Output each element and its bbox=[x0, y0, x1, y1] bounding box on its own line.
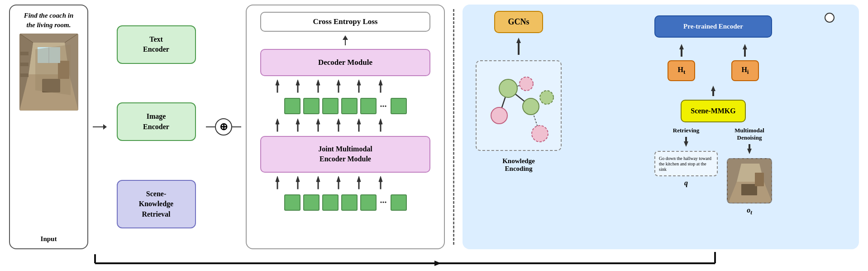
knowledge-encoding-label: Knowledge Encoding bbox=[502, 157, 535, 173]
input-image bbox=[19, 34, 78, 111]
svg-rect-8 bbox=[20, 63, 29, 66]
input-token-5 bbox=[360, 194, 377, 211]
token-4 bbox=[341, 98, 358, 114]
token-1 bbox=[284, 98, 300, 114]
cross-entropy-box: Cross Entropy Loss bbox=[260, 12, 430, 32]
svg-marker-15 bbox=[276, 80, 279, 85]
svg-marker-51 bbox=[516, 38, 521, 43]
up-arrow-to-ce bbox=[253, 35, 438, 45]
svg-marker-41 bbox=[296, 176, 300, 182]
svg-rect-70 bbox=[685, 137, 687, 142]
input-token-1 bbox=[284, 194, 300, 211]
retrieving-label: Retrieving bbox=[673, 127, 699, 134]
svg-rect-18 bbox=[297, 85, 298, 92]
svg-marker-21 bbox=[337, 80, 340, 85]
text-encoder-box: Text Encoder bbox=[117, 25, 196, 64]
multimodal-col: Multimodal Denoising bbox=[727, 127, 772, 216]
gcns-up-arrow bbox=[512, 38, 525, 56]
token-3 bbox=[322, 98, 339, 114]
svg-rect-50 bbox=[380, 182, 381, 189]
joint-encoder-box: Joint Multimodal Encoder Module bbox=[260, 136, 430, 173]
svg-marker-43 bbox=[316, 176, 320, 182]
svg-marker-17 bbox=[296, 80, 300, 85]
input-panel: Find the coach inthe living room. bbox=[9, 5, 88, 249]
svg-marker-47 bbox=[357, 176, 361, 182]
arrow-line bbox=[93, 126, 106, 127]
svg-point-62 bbox=[540, 91, 553, 104]
svg-rect-46 bbox=[338, 182, 339, 189]
right-panel: GCNs bbox=[463, 5, 859, 249]
svg-rect-24 bbox=[358, 85, 359, 92]
ot-label: ot bbox=[747, 206, 752, 216]
svg-rect-32 bbox=[318, 124, 319, 131]
svg-rect-38 bbox=[380, 124, 381, 131]
scene-mmkg-box: Scene-MMKG bbox=[681, 100, 746, 122]
svg-rect-77 bbox=[755, 173, 764, 186]
input-token-3 bbox=[322, 194, 339, 211]
svg-rect-52 bbox=[518, 43, 520, 55]
input-to-encoder-arrow bbox=[93, 126, 106, 127]
up-arrows-decoder bbox=[259, 80, 431, 93]
svg-rect-11 bbox=[42, 79, 60, 92]
encoder-to-arch: ⊕ bbox=[206, 5, 241, 249]
svg-rect-44 bbox=[318, 182, 319, 189]
feedback-arrow bbox=[0, 247, 868, 271]
ot-box bbox=[727, 158, 772, 203]
plus-circle: ⊕ bbox=[215, 118, 232, 136]
token-dots: ··· bbox=[380, 101, 387, 111]
up-arrows-input bbox=[259, 176, 431, 190]
svg-marker-25 bbox=[379, 80, 382, 85]
svg-rect-40 bbox=[277, 182, 278, 189]
svg-marker-39 bbox=[276, 176, 279, 182]
svg-rect-10 bbox=[20, 73, 29, 77]
svg-marker-65 bbox=[743, 44, 747, 49]
right-arch-inner: Pre-trained Encoder Ht Hi Scene-MMKG bbox=[574, 11, 853, 243]
svg-marker-35 bbox=[357, 119, 361, 124]
svg-marker-49 bbox=[379, 176, 382, 182]
svg-marker-45 bbox=[337, 176, 340, 182]
svg-rect-13 bbox=[38, 47, 60, 63]
ht-hi-row: Ht Hi bbox=[668, 44, 758, 81]
decoder-box: Decoder Module bbox=[260, 49, 430, 76]
svg-rect-42 bbox=[297, 182, 298, 189]
input-token-4 bbox=[341, 194, 358, 211]
svg-rect-76 bbox=[741, 184, 757, 195]
svg-rect-22 bbox=[338, 85, 339, 92]
svg-rect-16 bbox=[277, 85, 278, 92]
svg-rect-7 bbox=[20, 57, 29, 61]
input-token-dots: ··· bbox=[380, 197, 387, 208]
q-box: Go down the hallway toward the kitchen a… bbox=[654, 151, 718, 176]
svg-marker-71 bbox=[747, 149, 752, 154]
graph-container bbox=[476, 60, 562, 151]
dashed-separator bbox=[453, 9, 454, 245]
svg-marker-23 bbox=[357, 80, 361, 85]
svg-rect-28 bbox=[277, 124, 278, 131]
input-label: Input bbox=[41, 235, 57, 243]
svg-marker-69 bbox=[684, 141, 688, 147]
svg-point-57 bbox=[499, 79, 517, 97]
ht-box: Ht bbox=[668, 60, 695, 81]
svg-rect-64 bbox=[681, 49, 682, 57]
svg-point-59 bbox=[491, 107, 507, 124]
svg-point-58 bbox=[523, 98, 539, 115]
token-6 bbox=[391, 98, 407, 114]
svg-marker-27 bbox=[276, 119, 279, 124]
scene-knowledge-box: Scene- Knowledge Retrieval bbox=[117, 180, 196, 228]
svg-point-61 bbox=[532, 126, 548, 142]
input-tokens-row: ··· bbox=[284, 194, 407, 211]
svg-rect-72 bbox=[749, 144, 750, 149]
knowledge-panel: GCNs bbox=[469, 11, 568, 243]
gcns-box: GCNs bbox=[494, 11, 543, 33]
token-2 bbox=[303, 98, 320, 114]
input-text: Find the coach inthe living room. bbox=[24, 11, 74, 30]
connector-line bbox=[206, 126, 215, 127]
input-token-2 bbox=[303, 194, 320, 211]
token-5 bbox=[360, 98, 377, 114]
svg-rect-68 bbox=[712, 91, 714, 96]
svg-marker-29 bbox=[296, 119, 300, 124]
svg-rect-6 bbox=[20, 52, 29, 55]
output-tokens-row: ··· bbox=[284, 98, 407, 114]
q-label: q bbox=[684, 179, 688, 187]
svg-rect-9 bbox=[20, 68, 29, 72]
svg-rect-34 bbox=[338, 124, 339, 131]
